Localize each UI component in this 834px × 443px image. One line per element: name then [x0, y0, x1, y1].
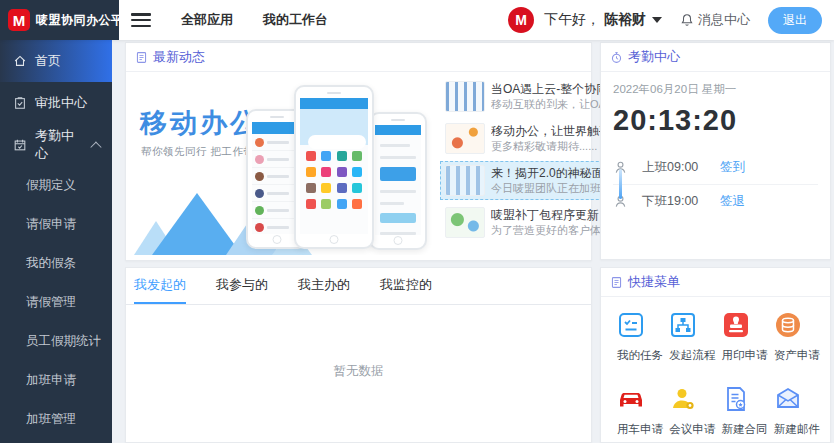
- home-icon: [13, 54, 27, 68]
- quick-item-label: 新建合同: [722, 422, 768, 437]
- top-nav: 全部应用 我的工作台: [181, 11, 328, 29]
- mobile-office-banner[interactable]: 移动办公 帮你领先同行 把工作带出办公室: [134, 77, 434, 255]
- stamp-icon: [722, 311, 750, 339]
- message-center-button[interactable]: 消息中心: [680, 11, 750, 29]
- quick-item-label: 会议申请: [669, 422, 715, 437]
- brand-logo: M 唛盟协同办公平台: [0, 0, 119, 40]
- quick-item-meeting-request[interactable]: 会议申请: [663, 385, 715, 437]
- quick-item-new-email[interactable]: 新建邮件: [768, 385, 820, 437]
- latest-news-panel: 最新动态 移动办公 帮你领先同行 把工作带出办公室: [125, 42, 592, 261]
- attendance-panel: 考勤中心 2022年06月20日 星期一 20:13:20 上班09:00 签到…: [600, 42, 831, 260]
- check-in-row: 上班09:00 签到: [613, 151, 818, 184]
- tab-monitored-by-me[interactable]: 我监控的: [380, 268, 432, 304]
- check-out-label: 下班19:00: [642, 193, 720, 210]
- user-avatar[interactable]: M: [508, 7, 534, 33]
- quick-item-my-tasks[interactable]: 我的任务: [611, 311, 663, 363]
- top-header: M 唛盟协同办公平台 全部应用 我的工作台 M 下午好，陈裕财 消息中心 退出: [0, 0, 834, 40]
- sidebar-item-approval[interactable]: 审批中心: [0, 82, 112, 124]
- envelope-icon: [774, 385, 802, 413]
- sidebar-subitem-overtime-request[interactable]: 加班申请: [0, 361, 112, 400]
- user-name: 陈裕财: [604, 11, 646, 29]
- tab-initiated-by-me[interactable]: 我发起的: [134, 268, 186, 304]
- task-list-icon: [617, 311, 645, 339]
- document-icon: [135, 51, 148, 64]
- news-panel-header: 最新动态: [126, 43, 591, 72]
- quick-item-label: 我的任务: [617, 348, 663, 363]
- check-in-label: 上班09:00: [642, 159, 720, 176]
- quick-item-label: 用车申请: [617, 422, 663, 437]
- attendance-date: 2022年06月20日 星期一: [613, 82, 818, 97]
- nav-all-apps[interactable]: 全部应用: [181, 11, 233, 29]
- news-panel-title: 最新动态: [153, 48, 205, 66]
- quick-item-vehicle-request[interactable]: 用车申请: [611, 385, 663, 437]
- check-out-row: 下班19:00 签退: [613, 184, 818, 218]
- sidebar-subitem-overtime-management[interactable]: 加班管理: [0, 400, 112, 439]
- quick-item-label: 资产申请: [774, 348, 820, 363]
- banner-title: 移动办公: [140, 105, 260, 141]
- sidebar: 首页 审批中心 考勤中心 假期定义 请假申请 我的假条 请假管理 员工假期统计 …: [0, 40, 112, 443]
- news-thumbnail: [445, 81, 485, 112]
- news-thumbnail: [445, 165, 485, 196]
- phone-mockup-right: [369, 112, 427, 250]
- sidebar-item-label: 首页: [35, 52, 61, 70]
- quick-menu-title: 快捷菜单: [628, 273, 680, 291]
- contract-icon: [722, 385, 750, 413]
- news-thumbnail: [445, 207, 485, 238]
- quick-item-label: 新建邮件: [774, 422, 820, 437]
- dropdown-caret-icon: [652, 17, 662, 23]
- check-in-link[interactable]: 签到: [720, 159, 745, 176]
- my-tasks-panel: 我发起的 我参与的 我主办的 我监控的 暂无数据: [125, 267, 592, 443]
- sidebar-subitem-holiday-definition[interactable]: 假期定义: [0, 166, 112, 205]
- app-title: 唛盟协同办公平台: [36, 12, 136, 29]
- timeline-connector: [619, 169, 622, 199]
- nav-my-workbench[interactable]: 我的工作台: [263, 11, 328, 29]
- logout-button[interactable]: 退出: [768, 7, 822, 34]
- quick-menu-grid: 我的任务 发起流程 用印申请 资产申请 用车申请 会议申请: [601, 297, 830, 437]
- sidebar-subitem-leave-management[interactable]: 请假管理: [0, 283, 112, 322]
- news-thumbnail: [445, 123, 485, 154]
- tab-participated-by-me[interactable]: 我参与的: [216, 268, 268, 304]
- news-body: 移动办公 帮你领先同行 把工作带出办公室: [126, 72, 591, 261]
- sidebar-subitem-my-leave-notes[interactable]: 我的假条: [0, 244, 112, 283]
- quick-item-label: 发起流程: [669, 348, 715, 363]
- tab-hosted-by-me[interactable]: 我主办的: [298, 268, 350, 304]
- person-gear-icon: [669, 385, 697, 413]
- attendance-timeline: 上班09:00 签到 下班19:00 签退: [613, 151, 818, 218]
- car-icon: [617, 385, 645, 413]
- phone-mockup-center: [294, 85, 374, 249]
- sidebar-subitem-employee-holiday-stats[interactable]: 员工假期统计: [0, 322, 112, 361]
- attendance-panel-title: 考勤中心: [628, 48, 680, 66]
- quick-item-label: 用印申请: [722, 348, 768, 363]
- sidebar-item-label: 考勤中心: [35, 127, 84, 163]
- quick-item-asset-request[interactable]: 资产申请: [768, 311, 820, 363]
- header-right: M 下午好，陈裕财 消息中心 退出: [508, 7, 834, 34]
- attendance-body: 2022年06月20日 星期一 20:13:20 上班09:00 签到 下班19…: [601, 72, 830, 218]
- clipboard-icon: [13, 96, 27, 110]
- quick-menu-panel: 快捷菜单 我的任务 发起流程 用印申请 资产申请 用车申请: [600, 267, 831, 443]
- user-menu[interactable]: 下午好，陈裕财: [544, 11, 662, 29]
- oa-platform-app: M 唛盟协同办公平台 全部应用 我的工作台 M 下午好，陈裕财 消息中心 退出 …: [0, 0, 834, 443]
- stopwatch-icon: [610, 51, 623, 64]
- database-icon: [774, 311, 802, 339]
- attendance-panel-header: 考勤中心: [601, 43, 830, 72]
- bell-icon: [680, 13, 694, 27]
- message-center-label: 消息中心: [698, 11, 750, 29]
- menu-toggle-icon[interactable]: [131, 13, 151, 27]
- flowchart-icon: [669, 311, 697, 339]
- chevron-up-icon: [91, 141, 102, 152]
- attendance-clock: 20:13:20: [613, 104, 818, 137]
- greeting-text: 下午好，: [544, 11, 600, 29]
- quick-item-start-process[interactable]: 发起流程: [663, 311, 715, 363]
- sidebar-item-attendance[interactable]: 考勤中心: [0, 124, 112, 166]
- logo-m-icon: M: [8, 9, 30, 31]
- document-icon: [610, 276, 623, 289]
- sidebar-item-home[interactable]: 首页: [0, 40, 112, 82]
- empty-state-text: 暂无数据: [126, 363, 591, 380]
- quick-menu-header: 快捷菜单: [601, 268, 830, 297]
- calendar-icon: [13, 138, 27, 152]
- quick-item-new-contract[interactable]: 新建合同: [716, 385, 768, 437]
- quick-item-seal-request[interactable]: 用印申请: [716, 311, 768, 363]
- sidebar-item-label: 审批中心: [35, 94, 87, 112]
- check-out-link[interactable]: 签退: [720, 193, 745, 210]
- sidebar-subitem-leave-request[interactable]: 请假申请: [0, 205, 112, 244]
